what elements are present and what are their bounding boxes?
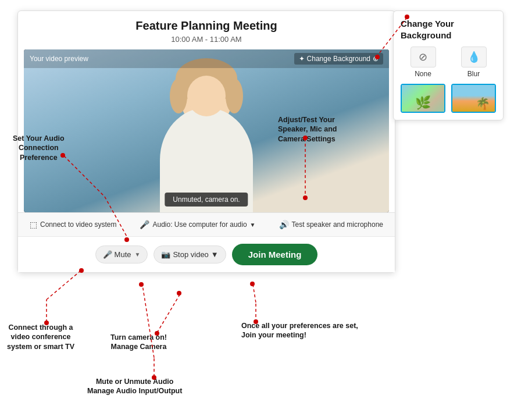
bg-panel-title: Change Your Background — [401, 18, 496, 41]
annotation-camera: Turn camera on!Manage Camera — [110, 333, 167, 352]
speaker-icon: 🔊 — [279, 220, 289, 229]
action-bar: 🎤 Mute ▼ 📷 Stop video ▼ Join Meeting — [18, 236, 395, 272]
video-preview-label: Your video preview — [30, 55, 88, 63]
connect-label: Connect to video system — [40, 220, 116, 229]
annotation-connect: Connect through avideo conferencesystem … — [7, 323, 74, 351]
none-icon: ⊘ — [411, 47, 436, 67]
monitor-icon: ⬚ — [30, 220, 37, 229]
svg-point-24 — [250, 282, 255, 286]
mute-chevron-icon: ▼ — [135, 251, 141, 258]
change-bg-icon: ✦ — [299, 55, 305, 63]
mic-small-icon: 🎤 — [103, 250, 112, 259]
blur-label: Blur — [467, 70, 480, 78]
stop-video-chevron-icon: ▼ — [211, 250, 219, 259]
unmuted-badge: Unmuted, camera on. — [165, 193, 248, 207]
annotation-mute: Mute or Unmute AudioManage Audio Input/O… — [87, 377, 182, 396]
controls-bar: ⬚ Connect to video system 🎤 Audio: Use c… — [18, 212, 395, 236]
beach-thumbnail — [452, 85, 495, 112]
expand-icon: ⊕ — [373, 55, 379, 63]
mute-label: Mute — [115, 250, 131, 259]
stop-video-label: Stop video — [173, 250, 208, 259]
svg-point-15 — [177, 291, 181, 296]
bg-thumb-indoor[interactable]: 🌿 — [401, 84, 445, 113]
meeting-panel: Feature Planning Meeting 10:00 AM - 11:0… — [17, 10, 395, 273]
blur-icon: 💧 — [461, 47, 487, 67]
person-hair-right — [226, 79, 243, 113]
join-meeting-button[interactable]: Join Meeting — [232, 244, 318, 265]
meeting-title: Feature Planning Meeting — [18, 11, 395, 35]
main-container: Feature Planning Meeting 10:00 AM - 11:0… — [0, 0, 514, 420]
mic-icon: 🎤 — [140, 220, 149, 229]
svg-line-23 — [253, 284, 256, 302]
bg-options-row: ⊘ None 💧 Blur — [401, 47, 496, 78]
svg-point-20 — [139, 282, 144, 287]
annotation-join: Once all your preferences are set,Join y… — [241, 321, 358, 340]
person-face — [187, 76, 226, 116]
change-bg-label: Change Background — [307, 55, 370, 63]
bg-option-blur[interactable]: 💧 Blur — [451, 47, 496, 78]
background-panel: Change Your Background ⊘ None 💧 Blur 🌿 — [393, 10, 504, 120]
annotation-speaker: Adjust/Test YourSpeaker, Mic andCamera S… — [278, 115, 337, 144]
stop-video-button[interactable]: 📷 Stop video ▼ — [154, 245, 226, 264]
dropdown-icon: ▼ — [250, 222, 256, 228]
bg-option-none[interactable]: ⊘ None — [401, 47, 445, 78]
meeting-time: 10:00 AM - 11:00 AM — [18, 35, 395, 49]
connect-video-system-button[interactable]: ⬚ Connect to video system — [25, 218, 121, 232]
none-label: None — [415, 70, 431, 78]
change-background-button[interactable]: ✦ Change Background ⊕ — [294, 53, 383, 65]
video-icon: 📷 — [161, 250, 170, 259]
test-label: Test speaker and microphone — [292, 220, 383, 229]
bg-thumb-beach[interactable] — [451, 84, 496, 113]
svg-line-14 — [157, 294, 180, 333]
svg-line-11 — [47, 271, 80, 300]
join-label: Join Meeting — [248, 250, 302, 259]
audio-settings-button[interactable]: 🎤 Audio: Use computer for audio ▼ — [135, 218, 260, 232]
indoor-thumbnail: 🌿 — [402, 85, 444, 112]
audio-label: Audio: Use computer for audio — [152, 220, 247, 229]
bg-thumbnails-row: 🌿 — [401, 84, 496, 113]
video-preview-header: Your video preview ✦ Change Background ⊕ — [24, 49, 389, 68]
person-figure — [142, 55, 270, 212]
mute-button[interactable]: 🎤 Mute ▼ — [95, 245, 148, 264]
test-speaker-button[interactable]: 🔊 Test speaker and microphone — [274, 218, 388, 232]
person-hair-left — [170, 79, 187, 113]
annotation-audio: Set Your AudioConnectionPreference — [13, 134, 65, 162]
